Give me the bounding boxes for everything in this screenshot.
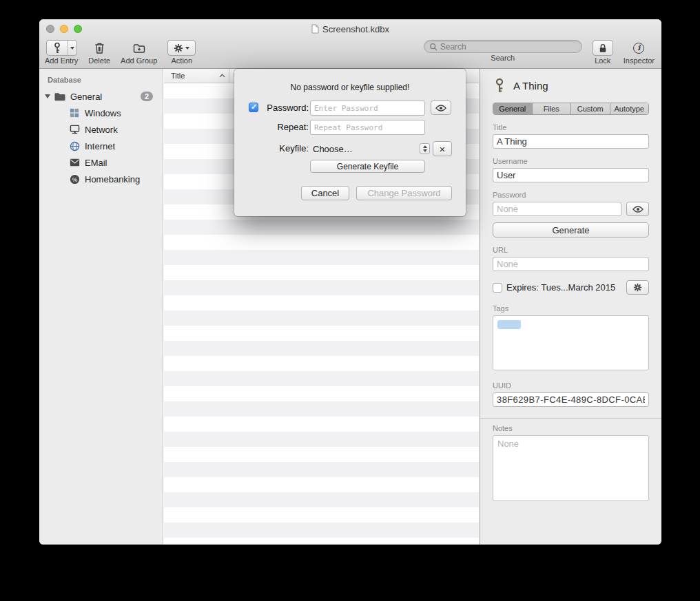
toolbar-right-group: Search Lock i Inspector xyxy=(424,40,655,65)
generate-password-button[interactable]: Generate xyxy=(493,222,649,238)
dialog-reveal-password-button[interactable] xyxy=(431,101,451,115)
dialog-repeat-input[interactable] xyxy=(310,120,425,135)
disclosure-triangle-icon[interactable] xyxy=(45,94,50,98)
column-title-label: Title xyxy=(171,72,185,80)
sidebar-item-network[interactable]: Network xyxy=(39,121,163,138)
search-input[interactable] xyxy=(440,42,577,52)
close-button[interactable] xyxy=(46,25,54,33)
uuid-field[interactable] xyxy=(493,392,649,407)
folder-plus-icon xyxy=(133,43,145,54)
chevron-down-icon xyxy=(70,47,74,50)
search-field[interactable] xyxy=(424,40,582,53)
sidebar-item-label: EMail xyxy=(85,158,163,168)
expires-checkbox[interactable] xyxy=(493,283,502,293)
add-group-button[interactable] xyxy=(131,40,147,56)
toolbar-lock: Lock xyxy=(593,40,613,65)
dialog-message: No password or keyfile supplied! xyxy=(234,83,466,92)
sidebar-item-windows[interactable]: Windows xyxy=(39,105,163,121)
action-label: Action xyxy=(172,56,193,65)
change-password-button[interactable]: Change Password xyxy=(356,186,452,200)
inspector-panel: A Thing General Files Custom Autotype Ti… xyxy=(480,69,661,545)
toolbar-add-group: Add Group xyxy=(121,40,157,65)
add-entry-dropdown-button[interactable] xyxy=(68,41,76,55)
gear-icon xyxy=(633,283,642,292)
delete-label: Delete xyxy=(88,56,110,65)
url-field[interactable] xyxy=(493,257,649,271)
change-password-dialog: No password or keyfile supplied! Passwor… xyxy=(234,69,466,216)
app-window: Screenshot.kdbx Add Entry xyxy=(39,19,661,545)
dialog-repeat-label: Repeat: xyxy=(234,122,309,132)
clear-keyfile-button[interactable]: × xyxy=(433,141,452,156)
gear-icon xyxy=(174,43,183,53)
dialog-repeat-row: Repeat: xyxy=(234,120,466,135)
notes-field[interactable] xyxy=(493,435,649,501)
password-field-label: Password xyxy=(493,191,649,199)
window-title-text: Screenshot.kdbx xyxy=(322,24,389,34)
entry-title: A Thing xyxy=(513,80,548,92)
lock-label: Lock xyxy=(595,56,610,65)
info-icon: i xyxy=(633,43,644,54)
expires-settings-button[interactable] xyxy=(626,280,649,295)
toolbar-action: Action xyxy=(167,40,196,65)
toolbar-add-entry: Add Entry xyxy=(45,40,78,65)
tab-autotype[interactable]: Autotype xyxy=(610,103,649,114)
toolbar-delete: Delete xyxy=(88,40,110,65)
tags-field-label: Tags xyxy=(493,304,649,313)
sidebar-item-email[interactable]: EMail xyxy=(39,154,163,171)
action-button[interactable] xyxy=(167,40,196,56)
reveal-password-button[interactable] xyxy=(626,202,649,216)
username-field-label: Username xyxy=(493,157,649,165)
username-field[interactable] xyxy=(493,168,649,182)
sidebar-item-general[interactable]: General 2 xyxy=(39,88,163,105)
add-entry-button[interactable] xyxy=(47,41,68,55)
sidebar-item-internet[interactable]: Internet xyxy=(39,138,163,154)
sidebar-item-homebanking[interactable]: % Homebanking xyxy=(39,171,163,187)
percent-coin-icon: % xyxy=(69,173,80,184)
title-field-label: Title xyxy=(493,123,649,131)
add-entry-label: Add Entry xyxy=(45,56,78,65)
expires-row: Expires: Tues...March 2015 xyxy=(493,280,649,295)
sort-asc-icon xyxy=(219,74,225,78)
sidebar-item-label: Internet xyxy=(85,141,163,151)
keyfile-popup-value: Choose… xyxy=(313,144,353,154)
minimize-button[interactable] xyxy=(60,25,68,33)
dialog-password-input[interactable] xyxy=(310,101,425,116)
search-label: Search xyxy=(491,54,515,62)
folder-icon xyxy=(54,91,65,102)
generate-keyfile-button[interactable]: Generate Keyfile xyxy=(310,160,425,173)
tab-general[interactable]: General xyxy=(493,103,532,114)
inspector-label: Inspector xyxy=(624,56,655,65)
inspector-separator xyxy=(480,418,661,419)
tag-chip[interactable] xyxy=(497,320,521,329)
delete-button[interactable] xyxy=(92,40,107,56)
dialog-password-row: Password: xyxy=(234,101,466,116)
dialog-keyfile-label: Keyfile: xyxy=(234,143,309,154)
password-field[interactable] xyxy=(493,202,621,216)
notes-field-label: Notes xyxy=(493,424,649,432)
keyfile-popup-button[interactable]: Choose… xyxy=(310,141,431,156)
window-chrome: Screenshot.kdbx Add Entry xyxy=(39,19,661,69)
dialog-keyfile-row: Keyfile: Choose… × xyxy=(234,141,466,156)
tab-files[interactable]: Files xyxy=(532,103,571,114)
title-field[interactable] xyxy=(493,134,649,149)
cancel-button[interactable]: Cancel xyxy=(301,186,349,200)
lock-button[interactable] xyxy=(593,40,613,56)
toolbar-left-group: Add Entry Delete Add Group xyxy=(45,40,196,65)
count-badge: 2 xyxy=(141,92,153,101)
document-icon xyxy=(311,24,319,34)
eye-icon xyxy=(632,206,644,213)
sidebar-header: Database xyxy=(39,69,163,88)
inspector-button[interactable]: i xyxy=(631,40,646,56)
zoom-button[interactable] xyxy=(74,25,82,33)
column-header-title[interactable]: Title xyxy=(164,69,229,83)
expires-label: Expires: Tues...March 2015 xyxy=(506,282,622,293)
sidebar-item-label: Homebanking xyxy=(85,174,163,184)
url-field-label: URL xyxy=(493,246,649,254)
window-title: Screenshot.kdbx xyxy=(311,24,389,34)
tab-custom[interactable]: Custom xyxy=(570,103,610,114)
dialog-password-label: Password: xyxy=(234,103,309,113)
tags-box[interactable] xyxy=(493,315,649,370)
windows-icon xyxy=(69,107,80,118)
monitor-icon xyxy=(69,124,80,135)
close-icon: × xyxy=(440,144,446,154)
